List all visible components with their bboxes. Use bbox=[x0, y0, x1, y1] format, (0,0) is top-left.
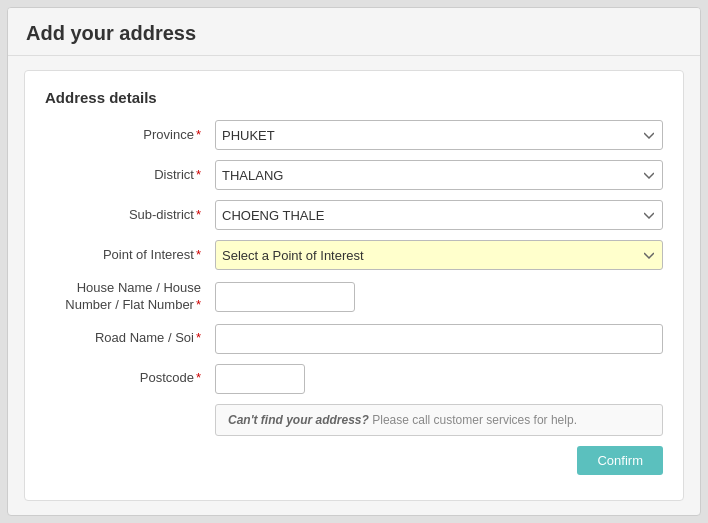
confirm-button[interactable]: Confirm bbox=[577, 446, 663, 475]
road-label: Road Name / Soi* bbox=[45, 330, 215, 347]
district-required: * bbox=[196, 167, 201, 182]
road-row: Road Name / Soi* bbox=[45, 324, 663, 354]
province-required: * bbox=[196, 127, 201, 142]
subdistrict-row: Sub-district* CHOENG THALE bbox=[45, 200, 663, 230]
postcode-required: * bbox=[196, 370, 201, 385]
district-label: District* bbox=[45, 167, 215, 184]
district-row: District* THALANG bbox=[45, 160, 663, 190]
province-row: Province* PHUKET bbox=[45, 120, 663, 150]
house-required: * bbox=[196, 297, 201, 312]
address-card: Address details Province* PHUKET Distric… bbox=[24, 70, 684, 501]
district-select[interactable]: THALANG bbox=[215, 160, 663, 190]
house-label: House Name / House Number / Flat Number* bbox=[45, 280, 215, 314]
poi-select[interactable]: Select a Point of Interest bbox=[215, 240, 663, 270]
page-wrapper: Add your address Address details Provinc… bbox=[7, 7, 701, 516]
postcode-label: Postcode* bbox=[45, 370, 215, 387]
poi-row: Point of Interest* Select a Point of Int… bbox=[45, 240, 663, 270]
cant-find-text: Please call customer services for help. bbox=[369, 413, 577, 427]
subdistrict-select[interactable]: CHOENG THALE bbox=[215, 200, 663, 230]
province-label: Province* bbox=[45, 127, 215, 144]
road-input[interactable] bbox=[215, 324, 663, 354]
poi-label: Point of Interest* bbox=[45, 247, 215, 264]
postcode-row: Postcode* bbox=[45, 364, 663, 394]
postcode-input[interactable] bbox=[215, 364, 305, 394]
confirm-row: Confirm bbox=[45, 446, 663, 475]
page-title: Add your address bbox=[8, 8, 700, 56]
house-input[interactable] bbox=[215, 282, 355, 312]
cant-find-italic: Can't find your address? bbox=[228, 413, 369, 427]
subdistrict-required: * bbox=[196, 207, 201, 222]
house-row: House Name / House Number / Flat Number* bbox=[45, 280, 663, 314]
poi-required: * bbox=[196, 247, 201, 262]
subdistrict-label: Sub-district* bbox=[45, 207, 215, 224]
province-select[interactable]: PHUKET bbox=[215, 120, 663, 150]
road-required: * bbox=[196, 330, 201, 345]
cant-find-box: Can't find your address? Please call cus… bbox=[215, 404, 663, 436]
card-title: Address details bbox=[45, 89, 663, 106]
